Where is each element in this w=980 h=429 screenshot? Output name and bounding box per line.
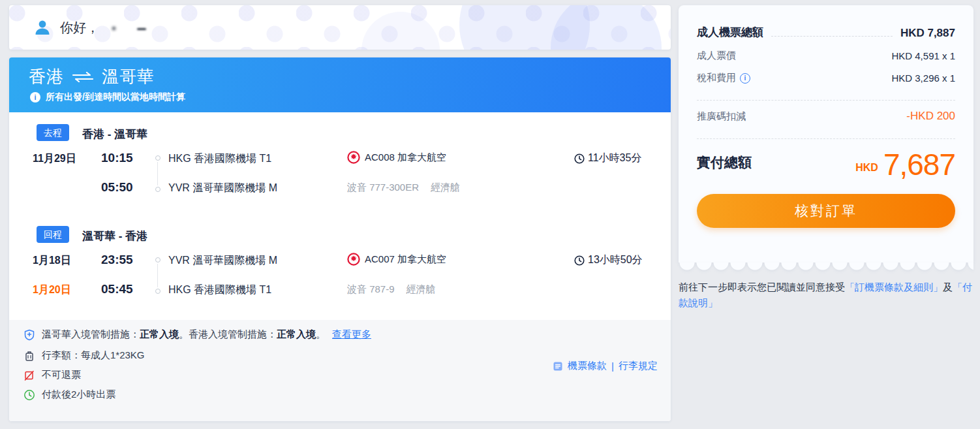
adult-total-label: 成人機票總額 [697, 25, 763, 40]
booking-terms-link[interactable]: 「訂機票條款及細則」 [845, 281, 943, 293]
timeline-dot [155, 187, 161, 192]
outbound-duration: 11小時35分 [588, 151, 641, 165]
timeline-dot [155, 257, 161, 262]
outbound-flight-number: AC008 加拿大航空 [365, 151, 446, 164]
promo-value: -HKD 200 [906, 110, 955, 123]
return-badge: 回程 [37, 226, 69, 243]
payable-row: 實付總額 HKD 7,687 [697, 150, 955, 180]
terms-agreement-text: 前往下一步即表示您已閱讀並同意接受「訂機票條款及細則」及「付款說明」 [679, 279, 973, 311]
return-duration-row: 13小時50分 [574, 253, 643, 267]
baggage-rules-link[interactable]: 行李規定 [619, 360, 658, 372]
adult-total-value: HKD 7,887 [900, 27, 955, 40]
tax-value: HKD 3,296 x 1 [891, 72, 955, 84]
outbound-arr-airport: YVR 溫哥華國際機場 M [168, 182, 277, 195]
flight-card: 香港 溫哥華 i 所有出發/到達時間以當地時間計算 去程 香港 - 溫哥華 11… [9, 57, 671, 421]
route-from: 香港 [29, 65, 64, 88]
return-arr-time: 05:45 [101, 282, 133, 296]
route-notice-text: 所有出發/到達時間以當地時間計算 [46, 91, 185, 103]
outbound-dep-airport: HKG 香港國際機場 T1 [168, 152, 271, 166]
route-to: 溫哥華 [102, 65, 155, 88]
outbound-cabin: 經濟艙 [431, 182, 460, 193]
fare-value: HKD 4,591 x 1 [891, 50, 955, 61]
outbound-badge: 去程 [37, 124, 69, 141]
outbound-aircraft: 波音 777-300ER [347, 182, 419, 193]
link-separator: | [611, 360, 614, 372]
page: 你好， 香港 溫哥華 i 所有出發/到達時間以當地時間計算 去程 香港 - 溫哥… [0, 0, 980, 429]
return-arr-airport: HKG 香港國際機場 T1 [168, 283, 271, 297]
route-title: 香港 溫哥華 [29, 65, 155, 88]
see-more-link[interactable]: 查看更多 [332, 328, 371, 341]
document-icon [553, 361, 563, 372]
route-header: 香港 溫哥華 i 所有出發/到達時間以當地時間計算 [9, 57, 671, 112]
currency-label: HKD [855, 162, 878, 174]
decor-circle [459, 5, 590, 50]
round-trip-arrows-icon [72, 72, 94, 82]
ticket-terms-link[interactable]: 機票條款 [568, 360, 607, 372]
outbound-dep-time: 10:15 [101, 151, 133, 165]
outbound-aircraft-row: 波音 777-300ER經濟艙 [347, 182, 460, 194]
divider [697, 138, 955, 139]
entry-control-text: 溫哥華入境管制措施：正常入境。香港入境管制措施：正常入境。 [42, 328, 326, 341]
greeting-card: 你好， [9, 5, 671, 50]
outbound-title: 香港 - 溫哥華 [82, 127, 147, 142]
promo-label: 推廣碼扣減 [697, 110, 746, 123]
timeline-line [157, 264, 158, 287]
user-icon [34, 19, 51, 36]
return-duration: 13小時50分 [588, 253, 643, 267]
return-dep-time: 23:55 [101, 253, 133, 267]
return-title: 溫哥華 - 香港 [82, 229, 147, 244]
dotted-leader [771, 36, 893, 37]
price-panel: 成人機票總額 HKD 7,887 成人票價 HKD 4,591 x 1 稅和費用… [679, 5, 973, 262]
adult-total-row: 成人機票總額 HKD 7,887 [697, 25, 955, 40]
decor-circle [361, 12, 440, 50]
return-flight: AC007 加拿大航空 [347, 253, 446, 266]
shield-plus-icon [23, 329, 35, 341]
entry-control-row: 溫哥華入境管制措施：正常入境。香港入境管制措施：正常入境。 查看更多 [23, 328, 371, 341]
timeline-dot [155, 155, 161, 161]
refund-row: 不可退票 [23, 369, 81, 381]
outbound-duration-row: 11小時35分 [574, 151, 641, 165]
payable-amount: HKD 7,687 [855, 150, 955, 180]
fare-row: 成人票價 HKD 4,591 x 1 [697, 50, 955, 62]
return-aircraft: 波音 787-9 [347, 283, 395, 294]
divider [697, 100, 955, 101]
decor-circle [551, 5, 662, 50]
outbound-dep-date: 11月29日 [33, 152, 76, 166]
route-notice: i 所有出發/到達時間以當地時間計算 [30, 91, 185, 103]
redacted-name [108, 23, 147, 32]
return-cabin: 經濟艙 [406, 283, 436, 294]
return-aircraft-row: 波音 787-9經濟艙 [347, 283, 436, 296]
return-dep-airport: YVR 溫哥華國際機場 M [168, 254, 277, 268]
outbound-flight: AC008 加拿大航空 [347, 151, 446, 164]
ticketing-text: 付款後2小時出票 [42, 389, 115, 401]
info-icon: i [30, 92, 40, 103]
timeline-dot [155, 289, 161, 294]
tax-info-icon[interactable]: i [740, 73, 750, 84]
return-flight-number: AC007 加拿大航空 [365, 253, 446, 266]
timeline-line [157, 162, 158, 185]
clock-icon [574, 153, 585, 164]
baggage-row: 行李額：每成人1*23KG [23, 349, 145, 362]
ticketing-row: 付款後2小時出票 [23, 389, 115, 401]
air-canada-logo-icon [347, 253, 360, 266]
notice-section: 溫哥華入境管制措施：正常入境。香港入境管制措施：正常入境。 查看更多 行李額：每… [9, 320, 671, 421]
check-order-button[interactable]: 核對訂單 [697, 194, 955, 228]
no-refund-icon [23, 370, 35, 381]
tax-row: 稅和費用 i HKD 3,296 x 1 [697, 72, 955, 84]
tax-label: 稅和費用 [697, 72, 736, 84]
fare-label: 成人票價 [697, 50, 736, 62]
air-canada-logo-icon [347, 151, 360, 164]
return-dep-date: 1月18日 [33, 254, 71, 268]
luggage-icon [23, 350, 35, 362]
promo-row: 推廣碼扣減 -HKD 200 [697, 110, 955, 123]
refund-text: 不可退票 [42, 369, 81, 381]
payable-label: 實付總額 [697, 153, 752, 172]
payable-number: 7,687 [883, 150, 955, 180]
ticket-scallop-edge [679, 262, 973, 270]
clock-icon [574, 255, 585, 266]
return-arr-date: 1月20日 [33, 283, 71, 297]
greeting-text: 你好， [60, 19, 99, 37]
green-clock-icon [23, 389, 35, 401]
outbound-arr-time: 05:50 [101, 180, 133, 195]
baggage-text: 行李額：每成人1*23KG [42, 349, 145, 362]
